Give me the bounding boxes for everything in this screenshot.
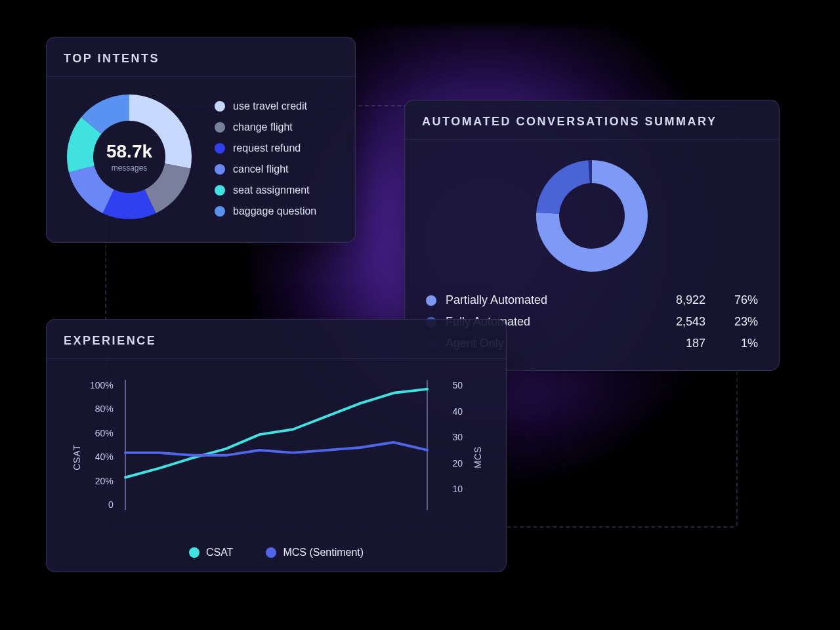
legend-item: baggage question — [215, 205, 316, 217]
legend-swatch — [215, 185, 225, 196]
experience-title: EXPERIENCE — [47, 320, 506, 359]
tick-label: 0 — [108, 499, 114, 510]
legend-swatch — [215, 164, 225, 175]
legend-swatch — [215, 101, 225, 112]
line-series — [125, 442, 427, 455]
summary-percent: 1% — [705, 337, 758, 350]
summary-label: Partially Automated — [446, 293, 633, 307]
legend-item: cancel flight — [215, 163, 316, 175]
tick-label: 60% — [95, 428, 114, 438]
legend-item: MCS (Sentiment) — [266, 547, 364, 558]
legend-swatch — [215, 206, 225, 217]
donut-slice — [536, 160, 590, 214]
automated-summary-title: AUTOMATED CONVERSATIONS SUMMARY — [405, 100, 779, 140]
experience-left-ticks: 100%80%60%40%20%0 — [90, 380, 114, 510]
legend-label: cancel flight — [233, 163, 289, 175]
line-series — [125, 389, 427, 478]
tick-label: 100% — [90, 380, 114, 390]
tick-label: 30 — [452, 432, 463, 442]
legend-swatch — [189, 547, 200, 558]
legend-label: MCS (Sentiment) — [283, 547, 364, 558]
top-intents-title: TOP INTENTS — [47, 37, 355, 77]
summary-percent: 23% — [705, 315, 758, 329]
legend-label: use travel credit — [233, 100, 307, 112]
legend-item: change flight — [215, 121, 316, 133]
summary-count: 187 — [633, 337, 705, 350]
tick-label: 50 — [452, 380, 463, 390]
top-intents-legend: use travel creditchange flightrequest re… — [215, 100, 316, 217]
tick-label: 20% — [95, 476, 114, 486]
legend-label: request refund — [233, 142, 301, 154]
legend-swatch — [266, 547, 276, 558]
legend-item: request refund — [215, 142, 316, 154]
experience-right-axis-label: MCS — [472, 446, 483, 469]
top-intents-total-label: messages — [112, 163, 148, 173]
tick-label: 10 — [452, 484, 463, 494]
tick-label: 20 — [452, 458, 463, 469]
legend-swatch — [215, 122, 225, 133]
legend-label: seat assignment — [233, 184, 310, 196]
tick-label: 80% — [95, 404, 114, 414]
experience-right-ticks: 5040302010 — [452, 380, 463, 510]
summary-count: 8,922 — [633, 293, 705, 307]
tick-label: 40 — [452, 406, 463, 417]
experience-left-axis-label: CSAT — [72, 444, 82, 471]
legend-label: baggage question — [233, 205, 316, 217]
legend-item: use travel credit — [215, 100, 316, 112]
legend-swatch — [426, 295, 436, 306]
experience-card: EXPERIENCE CSAT MCS 100%80%60%40%20%0 50… — [46, 319, 507, 572]
tick-label: 40% — [95, 452, 114, 462]
legend-swatch — [215, 143, 225, 154]
summary-count: 2,543 — [633, 315, 705, 329]
top-intents-total: 58.7k — [106, 141, 152, 162]
summary-percent: 76% — [705, 293, 758, 307]
experience-chart: CSAT MCS 100%80%60%40%20%0 5040302010 — [53, 372, 499, 543]
legend-item: seat assignment — [215, 184, 316, 196]
experience-legend: CSATMCS (Sentiment) — [53, 547, 499, 558]
top-intents-card: TOP INTENTS 58.7k messages use travel cr… — [46, 37, 356, 243]
legend-item: CSAT — [189, 547, 233, 558]
legend-label: change flight — [233, 121, 293, 133]
top-intents-donut: 58.7k messages — [64, 91, 195, 222]
automated-summary-donut — [533, 157, 651, 275]
summary-row: Partially Automated8,92276% — [426, 293, 758, 307]
legend-label: CSAT — [206, 547, 233, 558]
